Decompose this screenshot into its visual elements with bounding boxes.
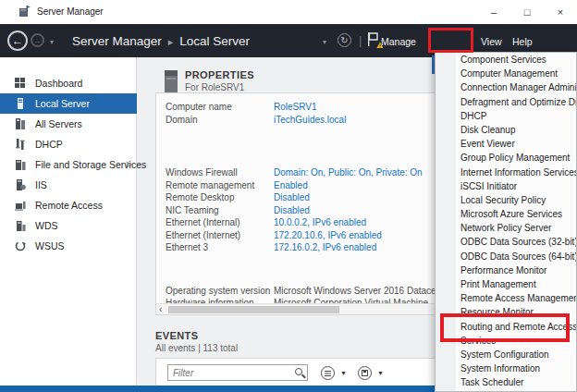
maximize-button[interactable]: □ [510, 0, 544, 24]
property-link[interactable]: 172.16.0.2, IPv6 enabled [274, 241, 376, 254]
property-link[interactable]: 172.20.10.6, IPv6 enabled [274, 229, 382, 242]
window-controls: – □ × [477, 0, 577, 24]
menu-item-print-management[interactable]: Print Management [436, 277, 576, 291]
history-dropdown-icon[interactable]: ▾ [50, 38, 54, 46]
menu-item-local-security-policy[interactable]: Local Security Policy [436, 193, 576, 207]
save-icon [362, 370, 368, 376]
menu-item-computer-management[interactable]: Computer Management [436, 67, 576, 80]
iis-icon [15, 179, 27, 191]
forward-button[interactable]: → [31, 33, 44, 47]
breadcrumb-separator-icon: ▸ [168, 36, 174, 47]
property-link[interactable]: 10.0.0.2, IPv6 enabled [274, 216, 366, 229]
all-servers-icon [15, 118, 27, 130]
scroll-left-icon[interactable]: ‹ [159, 304, 162, 314]
breadcrumb-root[interactable]: Server Manager [72, 34, 162, 48]
back-arrow-icon: ← [12, 34, 23, 47]
forward-arrow-icon: → [33, 36, 42, 45]
menu-item-task-scheduler[interactable]: Task Scheduler [436, 375, 576, 389]
help-menu[interactable]: Help [512, 36, 533, 47]
sidebar-item-dhcp[interactable]: DHCP [0, 134, 137, 154]
properties-subtitle: For RoleSRV1 [185, 82, 244, 92]
menu-item-network-policy-server[interactable]: Network Policy Server [436, 221, 576, 235]
save-query-dropdown-icon[interactable]: ▼ [377, 370, 384, 376]
sidebar-item-wsus[interactable]: WSUS [0, 236, 137, 256]
annotation-box-tools [428, 28, 473, 53]
list-view-dropdown-icon[interactable]: ▼ [340, 370, 347, 376]
view-menu[interactable]: View [481, 36, 502, 47]
file-storage-icon [15, 159, 27, 171]
minimize-button[interactable]: – [477, 0, 510, 24]
scrollbar-thumb[interactable] [168, 306, 339, 313]
remote-access-icon [15, 200, 27, 212]
menu-item-component-services[interactable]: Component Services [436, 53, 576, 67]
sidebar-item-dashboard[interactable]: Dashboard [0, 73, 137, 93]
menu-item-dhcp[interactable]: DHCP [436, 109, 576, 123]
menu-item-event-viewer[interactable]: Event Viewer [436, 137, 576, 151]
manage-menu[interactable]: Manage [381, 36, 416, 47]
sidebar-item-file-storage-services[interactable]: File and Storage Services ▷ [0, 154, 137, 175]
list-view-icon [325, 371, 331, 372]
dashboard-icon [15, 78, 27, 90]
menu-item-connection-manager-admin-kit[interactable]: Connection Manager Administration Kit [436, 80, 576, 94]
events-title: EVENTS [155, 330, 198, 341]
sidebar-item-all-servers[interactable]: All Servers [0, 114, 137, 134]
menu-item-system-information[interactable]: System Information [436, 361, 576, 375]
local-server-icon [15, 98, 27, 110]
menu-item-system-configuration[interactable]: System Configuration [436, 348, 576, 361]
sidebar-item-local-server[interactable]: Local Server [0, 93, 137, 114]
menu-item-microsoft-azure-services[interactable]: Microsoft Azure Services [436, 207, 576, 221]
server-manager-window: Server Manager – □ × ← → ▾ Server Manage… [0, 0, 577, 392]
menu-item-performance-monitor[interactable]: Performance Monitor [436, 263, 576, 277]
properties-server-icon [163, 68, 179, 93]
list-view-button[interactable] [321, 366, 335, 380]
sidebar-item-wds[interactable]: WDS [0, 215, 137, 236]
toolbar-divider: | [359, 33, 362, 47]
properties-title: PROPERTIES [185, 69, 254, 80]
scope-dropdown-icon[interactable]: ▾ [323, 38, 326, 46]
property-link[interactable]: iTechGuides.local [274, 114, 346, 127]
wsus-icon [15, 240, 27, 252]
menu-item-iis-manager[interactable]: Internet Information Services (IIS) Mana… [436, 165, 576, 179]
menu-item-remote-access-management[interactable]: Remote Access Management [436, 291, 576, 305]
expand-chevron-icon[interactable]: ▷ [127, 154, 132, 175]
sidebar-item-iis[interactable]: IIS [0, 175, 137, 195]
server-manager-logo-icon [18, 6, 31, 18]
menu-item-defragment-optimize-drives[interactable]: Defragment and Optimize Drives [436, 95, 576, 109]
menu-item-iscsi-initiator[interactable]: iSCSI Initiator [436, 179, 576, 193]
property-link[interactable]: Enabled [274, 179, 308, 192]
menu-item-odbc-64[interactable]: ODBC Data Sources (64-bit) [436, 250, 576, 263]
title-bar: Server Manager – □ × [0, 0, 577, 24]
back-button[interactable]: ← [7, 31, 28, 51]
save-query-button[interactable] [358, 366, 372, 380]
property-link[interactable]: Disabled [274, 191, 310, 204]
sidebar-item-remote-access[interactable]: Remote Access [0, 195, 137, 215]
dhcp-icon [15, 139, 27, 151]
sidebar: Dashboard Local Server All Servers DHCP … [0, 57, 137, 392]
close-button[interactable]: × [544, 0, 577, 24]
refresh-icon: ↻ [340, 35, 348, 45]
menu-item-group-policy-management[interactable]: Group Policy Management [436, 151, 576, 165]
property-link[interactable]: RoleSRV1 [274, 101, 317, 114]
flag-icon [368, 32, 377, 46]
menu-item-odbc-32[interactable]: ODBC Data Sources (32-bit) [436, 235, 576, 249]
window-title: Server Manager [37, 6, 104, 17]
breadcrumb-current[interactable]: Local Server [179, 34, 250, 48]
property-link[interactable]: Domain: On, Public: On, Private: On [274, 166, 423, 179]
property-link[interactable]: Disabled [274, 204, 310, 217]
events-subtitle: All events | 113 total [155, 343, 238, 353]
annotation-box-routing-remote-access [440, 313, 570, 342]
wds-icon [15, 220, 27, 232]
menu-item-disk-cleanup[interactable]: Disk Cleanup [436, 123, 576, 137]
refresh-button[interactable]: ↻ [338, 33, 351, 47]
events-filter-input[interactable] [167, 364, 308, 381]
breadcrumb: Server Manager▸Local Server [72, 34, 250, 48]
search-icon[interactable] [295, 368, 302, 375]
